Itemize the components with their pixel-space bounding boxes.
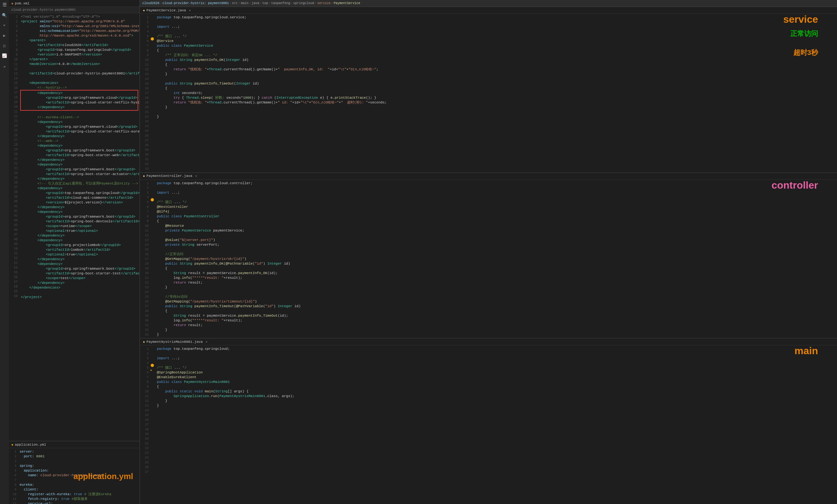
left-breadcrumb: cloud-provider-hystrix-payment8001	[9, 7, 140, 13]
yml-file-icon: ◆	[11, 443, 13, 447]
yml-label: application.yml	[73, 474, 133, 479]
yml-code: server: port: 8001 spring: application: …	[18, 448, 140, 504]
crumb-paymentservice: PaymentService	[334, 2, 360, 5]
main-close-icon[interactable]: ✕	[206, 340, 207, 344]
pom-code: <?xml version="1.0" encoding="UTF-8"?> <…	[19, 13, 140, 441]
pom-tab[interactable]: ◆ pom.xml	[9, 0, 140, 7]
crumb-service: service	[317, 2, 331, 5]
sep8: ›	[315, 2, 317, 5]
service-pane: ◆ PaymentService.java ✕ 12345 678910 111…	[140, 7, 837, 173]
main-line-nums: 12345 678910 1112131415 1617181920 21222…	[140, 346, 150, 504]
service-gutter: ⬤	[150, 14, 155, 172]
service-file-icon: ◆	[143, 8, 145, 12]
debug-icon[interactable]: ▶	[3, 33, 6, 38]
main-code: package top.taopanfeng.springcloud; impo…	[155, 346, 837, 504]
controller-pane: ◆ PaymentController.java ✕ 12345 678910 …	[140, 173, 837, 339]
controller-label: controller	[771, 183, 818, 188]
main-pane: ◆ PaymentHystrixMain8001.java ✕ 12345 67…	[140, 338, 837, 504]
main-file-icon: ◆	[143, 340, 145, 344]
pom-file-icon: ◆	[11, 2, 13, 5]
main-code-area: 12345 678910 1112131415 1617181920 21222…	[140, 346, 837, 504]
normal-access-label: 正常访问	[790, 31, 818, 36]
main-label: main	[795, 349, 818, 353]
crumb-module: cloud-provider-hystrix: payment8001	[162, 2, 229, 5]
project-crumb: cloud-provider-hystrix-payment8001	[11, 8, 76, 12]
crumb-java: java	[252, 2, 259, 5]
right-panel: cloud2020 › cloud-provider-hystrix: paym…	[140, 0, 837, 504]
crumb-taopanfeng: taopanfeng	[271, 2, 290, 5]
controller-file-icon: ◆	[143, 174, 145, 178]
crumb-cloud2020: cloud2020	[142, 2, 159, 5]
main-tab-label: PaymentHystrixMain8001.java	[146, 340, 202, 344]
service-code-area: 12345 678910 1112131415 1617181920 21222…	[140, 14, 837, 172]
service-tab-label: PaymentService.java	[146, 8, 186, 12]
service-label: service	[783, 17, 818, 22]
sep1: ›	[160, 2, 162, 5]
sep3: ›	[238, 2, 240, 5]
sidebar-icons: ☰ 🔍 ➤ ▶ ◫ 📈 ☁	[0, 0, 9, 504]
timeout-label: 超时3秒	[794, 50, 818, 55]
explorer-icon[interactable]: ☰	[2, 2, 7, 8]
sep2: ›	[229, 2, 231, 5]
service-line-nums: 12345 678910 1112131415 1617181920 21222…	[140, 14, 150, 172]
search-icon[interactable]: 🔍	[2, 13, 7, 18]
controller-gutter: ⬤	[150, 180, 155, 338]
right-editors: ◆ PaymentService.java ✕ 12345 678910 111…	[140, 7, 837, 504]
sep5: ›	[260, 2, 262, 5]
service-tab[interactable]: ◆ PaymentService.java ✕	[140, 7, 837, 14]
right-top-bar: cloud2020 › cloud-provider-hystrix: paym…	[140, 0, 837, 7]
crumb-springcloud: springcloud	[293, 2, 314, 5]
yml-section: ◆ application.yml 12345 678910 111213141…	[9, 441, 140, 504]
yml-line-numbers: 12345 678910 1112131415 1617	[9, 448, 18, 504]
database-icon[interactable]: 📈	[2, 53, 7, 58]
controller-code: package top.taopanfeng.springcloud.contr…	[155, 180, 837, 338]
main-tab[interactable]: ◆ PaymentHystrixMain8001.java ✕	[140, 338, 837, 346]
yml-code-area: 12345 678910 1112131415 1617 server: por…	[9, 448, 140, 504]
service-close-icon[interactable]: ✕	[189, 8, 191, 12]
left-panel: ◆ pom.xml cloud-provider-hystrix-payment…	[9, 0, 140, 504]
controller-tab[interactable]: ◆ PaymentController.java ✕	[140, 173, 837, 180]
extensions-icon[interactable]: ◫	[3, 43, 6, 48]
service-code: package top.taopanfeng.springcloud.servi…	[155, 14, 837, 172]
git-icon[interactable]: ➤	[3, 23, 6, 28]
controller-line-nums: 12345 678910 1112131415 1617181920 21222…	[140, 180, 150, 338]
yml-tab-label: application.yml	[15, 443, 46, 447]
deploy-icon[interactable]: ☁	[3, 63, 6, 69]
pom-code-area: 12345 678910 1112131415 1617181920 21222…	[9, 13, 140, 441]
sep6: ›	[269, 2, 270, 5]
crumb-src: src	[232, 2, 238, 5]
sep4: ›	[249, 2, 251, 5]
pom-line-numbers: 12345 678910 1112131415 1617181920 21222…	[9, 13, 19, 441]
crumb-top: top	[262, 2, 268, 5]
main-gutter: ⬤ ▶	[150, 346, 155, 504]
controller-tab-label: PaymentController.java	[146, 174, 192, 178]
crumb-main: main	[241, 2, 248, 5]
controller-code-area: 12345 678910 1112131415 1617181920 21222…	[140, 180, 837, 338]
sep7: ›	[291, 2, 292, 5]
yml-tab[interactable]: ◆ application.yml	[9, 441, 140, 448]
pom-tab-label: pom.xml	[15, 2, 29, 5]
controller-close-icon[interactable]: ✕	[195, 174, 197, 178]
sep9: ›	[331, 2, 333, 5]
